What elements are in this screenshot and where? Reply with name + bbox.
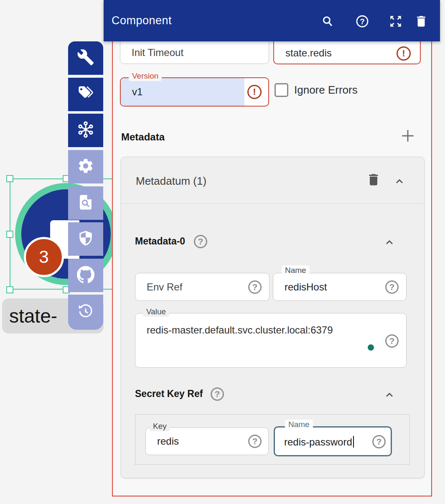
settings-gear-icon bbox=[77, 157, 94, 176]
selection-handle[interactable] bbox=[6, 231, 13, 238]
plus-icon bbox=[399, 127, 417, 145]
init-timeout-placeholder: Init Timeout bbox=[132, 47, 183, 59]
file-search-icon bbox=[77, 193, 94, 213]
component-form-panel: Init Timeout state.redis ! Version v1 ! … bbox=[112, 41, 432, 496]
version-field-label: Version bbox=[129, 71, 162, 81]
divider bbox=[121, 204, 424, 204]
init-timeout-field[interactable]: Init Timeout bbox=[120, 41, 269, 64]
chevron-up-icon bbox=[394, 176, 405, 187]
toolbar-settings-button[interactable] bbox=[68, 150, 103, 183]
error-icon: ! bbox=[397, 46, 411, 61]
toolbar-wrench-button[interactable] bbox=[68, 41, 103, 75]
selection-handle[interactable] bbox=[6, 286, 13, 293]
panel-header: Component ? bbox=[104, 0, 440, 41]
toolbar-file-search-button[interactable] bbox=[68, 186, 103, 220]
selection-handle[interactable] bbox=[6, 175, 13, 182]
component-type-value: state.redis bbox=[285, 47, 332, 59]
toolbar-github-button[interactable] bbox=[68, 259, 103, 292]
help-icon[interactable]: ? bbox=[194, 235, 207, 248]
metadata-heading: Metadata bbox=[121, 131, 165, 143]
error-count-badge: 3 bbox=[24, 237, 64, 277]
status-dot bbox=[368, 344, 374, 351]
toolbar-shield-button[interactable] bbox=[68, 222, 103, 256]
toolbar-history-button[interactable] bbox=[68, 295, 103, 330]
metadatum-title: Metadatum (1) bbox=[136, 175, 206, 188]
secret-name-value: redis-password bbox=[284, 436, 352, 448]
metadata0-heading: Metadata-0 bbox=[135, 236, 185, 247]
version-field[interactable]: v1 ! bbox=[120, 77, 269, 107]
help-icon[interactable]: ? bbox=[355, 14, 370, 29]
ignore-errors-label: Ignore Errors bbox=[294, 84, 358, 97]
metadata-name-field[interactable]: redisHost ? bbox=[273, 273, 407, 301]
shield-icon bbox=[77, 229, 94, 249]
value-field-label: Value bbox=[143, 307, 169, 317]
error-icon: ! bbox=[247, 85, 262, 99]
delete-icon[interactable] bbox=[414, 14, 429, 29]
secret-name-field[interactable]: redis-password ? bbox=[274, 426, 392, 456]
help-icon[interactable]: ? bbox=[372, 435, 386, 448]
text-caret bbox=[353, 436, 354, 448]
add-metadata-button[interactable] bbox=[399, 127, 417, 145]
secret-name-field-label: Name bbox=[285, 420, 313, 430]
name-field-label: Name bbox=[282, 265, 310, 275]
collapse-secret-key-ref-button[interactable] bbox=[384, 389, 395, 401]
tags-icon bbox=[77, 85, 94, 104]
search-icon[interactable] bbox=[320, 14, 335, 29]
secret-key-value: redis bbox=[157, 435, 179, 447]
metadata-value-field[interactable]: redis-master.default.svc.cluster.local:6… bbox=[135, 313, 407, 368]
help-icon[interactable]: ? bbox=[385, 334, 399, 348]
hub-icon bbox=[77, 121, 94, 140]
history-icon bbox=[77, 303, 94, 322]
secret-key-field[interactable]: redis ? bbox=[145, 428, 269, 455]
metadatum-accordion: Metadatum (1) Metadata-0 ? Env Ref ? Nam… bbox=[121, 157, 425, 478]
delete-metadatum-button[interactable] bbox=[366, 171, 381, 188]
env-ref-field[interactable]: Env Ref ? bbox=[135, 273, 270, 301]
help-icon[interactable]: ? bbox=[248, 280, 262, 294]
help-icon[interactable]: ? bbox=[385, 280, 399, 294]
help-icon[interactable]: ? bbox=[211, 387, 224, 401]
key-field-label: Key bbox=[150, 421, 170, 431]
collapse-metadatum-button[interactable] bbox=[394, 176, 405, 187]
chevron-up-icon bbox=[384, 389, 395, 401]
env-ref-placeholder: Env Ref bbox=[147, 281, 182, 293]
svg-text:?: ? bbox=[360, 17, 364, 26]
panel-title: Component bbox=[112, 14, 172, 27]
github-icon bbox=[77, 266, 94, 285]
toolbar-tags-button[interactable] bbox=[68, 78, 103, 111]
expand-icon[interactable] bbox=[388, 14, 403, 29]
help-icon[interactable]: ? bbox=[248, 435, 262, 448]
metadata-value-text: redis-master.default.svc.cluster.local:6… bbox=[147, 324, 333, 336]
trash-icon bbox=[366, 171, 381, 188]
ignore-errors-checkbox[interactable] bbox=[275, 83, 288, 97]
version-value: v1 bbox=[132, 86, 142, 98]
toolbar-hub-button[interactable] bbox=[68, 114, 103, 147]
chevron-up-icon bbox=[384, 237, 395, 248]
collapse-metadata0-button[interactable] bbox=[384, 237, 395, 248]
metadata-name-value: redisHost bbox=[285, 281, 327, 293]
secret-key-ref-heading: Secret Key Ref bbox=[135, 388, 203, 400]
component-type-field[interactable]: state.redis ! bbox=[273, 41, 421, 64]
wrench-icon bbox=[77, 48, 94, 68]
